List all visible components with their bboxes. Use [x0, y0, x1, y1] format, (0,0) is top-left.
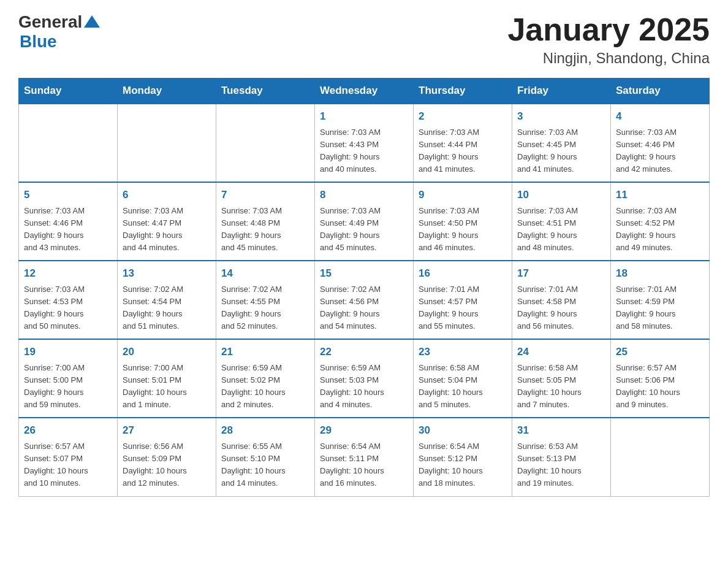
day-info: Sunrise: 7:00 AM Sunset: 5:01 PM Dayligh…	[123, 362, 211, 412]
day-number: 26	[24, 423, 112, 439]
weekday-header-sunday: Sunday	[19, 79, 118, 104]
calendar-cell: 9Sunrise: 7:03 AM Sunset: 4:50 PM Daylig…	[414, 182, 512, 261]
day-info: Sunrise: 7:03 AM Sunset: 4:47 PM Dayligh…	[123, 205, 211, 255]
day-info: Sunrise: 7:03 AM Sunset: 4:46 PM Dayligh…	[24, 205, 112, 255]
calendar-cell: 30Sunrise: 6:54 AM Sunset: 5:12 PM Dayli…	[414, 418, 512, 496]
calendar-cell: 14Sunrise: 7:02 AM Sunset: 4:55 PM Dayli…	[216, 261, 315, 339]
calendar-subtitle: Ningjin, Shandong, China	[507, 50, 710, 67]
day-info: Sunrise: 6:54 AM Sunset: 5:11 PM Dayligh…	[320, 440, 408, 490]
calendar-cell: 21Sunrise: 6:59 AM Sunset: 5:02 PM Dayli…	[216, 339, 315, 418]
calendar-cell: 18Sunrise: 7:01 AM Sunset: 4:59 PM Dayli…	[611, 261, 710, 339]
weekday-header-monday: Monday	[118, 79, 216, 104]
day-info: Sunrise: 7:02 AM Sunset: 4:54 PM Dayligh…	[123, 283, 211, 333]
day-number: 14	[221, 266, 309, 282]
calendar-week-row: 19Sunrise: 7:00 AM Sunset: 5:00 PM Dayli…	[19, 339, 710, 418]
calendar-cell: 10Sunrise: 7:03 AM Sunset: 4:51 PM Dayli…	[512, 182, 611, 261]
day-number: 17	[517, 266, 605, 282]
page-header: General Blue January 2025 Ningjin, Shand…	[18, 12, 710, 67]
day-info: Sunrise: 7:02 AM Sunset: 4:55 PM Dayligh…	[221, 283, 309, 333]
calendar-cell: 11Sunrise: 7:03 AM Sunset: 4:52 PM Dayli…	[611, 182, 710, 261]
day-info: Sunrise: 6:54 AM Sunset: 5:12 PM Dayligh…	[419, 440, 507, 490]
day-info: Sunrise: 7:01 AM Sunset: 4:59 PM Dayligh…	[616, 283, 704, 333]
calendar-cell: 8Sunrise: 7:03 AM Sunset: 4:49 PM Daylig…	[315, 182, 414, 261]
calendar-cell: 5Sunrise: 7:03 AM Sunset: 4:46 PM Daylig…	[19, 182, 118, 261]
logo: General Blue	[18, 12, 100, 52]
day-number: 3	[517, 109, 605, 124]
calendar-cell: 3Sunrise: 7:03 AM Sunset: 4:45 PM Daylig…	[512, 104, 611, 182]
day-number: 19	[24, 344, 112, 360]
logo-general-text: General	[18, 12, 82, 32]
day-info: Sunrise: 6:59 AM Sunset: 5:03 PM Dayligh…	[320, 362, 408, 412]
calendar-cell: 7Sunrise: 7:03 AM Sunset: 4:48 PM Daylig…	[216, 182, 315, 261]
calendar-cell	[19, 104, 118, 182]
calendar-cell: 1Sunrise: 7:03 AM Sunset: 4:43 PM Daylig…	[315, 104, 414, 182]
day-number: 4	[616, 109, 704, 124]
calendar-cell: 20Sunrise: 7:00 AM Sunset: 5:01 PM Dayli…	[118, 339, 216, 418]
calendar-cell	[216, 104, 315, 182]
day-number: 11	[616, 187, 704, 203]
calendar-cell: 13Sunrise: 7:02 AM Sunset: 4:54 PM Dayli…	[118, 261, 216, 339]
day-number: 28	[221, 423, 309, 439]
day-number: 20	[123, 344, 211, 360]
calendar-title: January 2025	[507, 12, 710, 47]
day-info: Sunrise: 7:00 AM Sunset: 5:00 PM Dayligh…	[24, 362, 112, 412]
day-number: 16	[419, 266, 507, 282]
calendar-cell: 16Sunrise: 7:01 AM Sunset: 4:57 PM Dayli…	[414, 261, 512, 339]
calendar-cell: 15Sunrise: 7:02 AM Sunset: 4:56 PM Dayli…	[315, 261, 414, 339]
day-info: Sunrise: 7:03 AM Sunset: 4:52 PM Dayligh…	[616, 205, 704, 255]
calendar-cell: 19Sunrise: 7:00 AM Sunset: 5:00 PM Dayli…	[19, 339, 118, 418]
day-number: 29	[320, 423, 408, 439]
calendar-cell: 4Sunrise: 7:03 AM Sunset: 4:46 PM Daylig…	[611, 104, 710, 182]
calendar-cell: 17Sunrise: 7:01 AM Sunset: 4:58 PM Dayli…	[512, 261, 611, 339]
calendar-cell: 28Sunrise: 6:55 AM Sunset: 5:10 PM Dayli…	[216, 418, 315, 496]
calendar-cell: 25Sunrise: 6:57 AM Sunset: 5:06 PM Dayli…	[611, 339, 710, 418]
calendar-week-row: 1Sunrise: 7:03 AM Sunset: 4:43 PM Daylig…	[19, 104, 710, 182]
calendar-week-row: 5Sunrise: 7:03 AM Sunset: 4:46 PM Daylig…	[19, 182, 710, 261]
day-info: Sunrise: 7:03 AM Sunset: 4:51 PM Dayligh…	[517, 205, 605, 255]
day-number: 31	[517, 423, 605, 439]
title-block: January 2025 Ningjin, Shandong, China	[507, 12, 710, 67]
weekday-header-saturday: Saturday	[611, 79, 710, 104]
calendar-cell: 12Sunrise: 7:03 AM Sunset: 4:53 PM Dayli…	[19, 261, 118, 339]
calendar-cell: 27Sunrise: 6:56 AM Sunset: 5:09 PM Dayli…	[118, 418, 216, 496]
calendar-cell: 6Sunrise: 7:03 AM Sunset: 4:47 PM Daylig…	[118, 182, 216, 261]
day-info: Sunrise: 7:01 AM Sunset: 4:58 PM Dayligh…	[517, 283, 605, 333]
weekday-header-tuesday: Tuesday	[216, 79, 315, 104]
day-info: Sunrise: 7:03 AM Sunset: 4:50 PM Dayligh…	[419, 205, 507, 255]
calendar-cell: 29Sunrise: 6:54 AM Sunset: 5:11 PM Dayli…	[315, 418, 414, 496]
weekday-header-thursday: Thursday	[414, 79, 512, 104]
day-info: Sunrise: 7:01 AM Sunset: 4:57 PM Dayligh…	[419, 283, 507, 333]
day-info: Sunrise: 6:59 AM Sunset: 5:02 PM Dayligh…	[221, 362, 309, 412]
day-number: 15	[320, 266, 408, 282]
day-number: 22	[320, 344, 408, 360]
day-info: Sunrise: 6:56 AM Sunset: 5:09 PM Dayligh…	[123, 440, 211, 490]
day-number: 13	[123, 266, 211, 282]
calendar-cell: 31Sunrise: 6:53 AM Sunset: 5:13 PM Dayli…	[512, 418, 611, 496]
day-number: 5	[24, 187, 112, 203]
day-info: Sunrise: 7:03 AM Sunset: 4:49 PM Dayligh…	[320, 205, 408, 255]
day-info: Sunrise: 6:58 AM Sunset: 5:05 PM Dayligh…	[517, 362, 605, 412]
day-number: 7	[221, 187, 309, 203]
day-number: 12	[24, 266, 112, 282]
day-info: Sunrise: 6:57 AM Sunset: 5:07 PM Dayligh…	[24, 440, 112, 490]
calendar-header-row: SundayMondayTuesdayWednesdayThursdayFrid…	[19, 79, 710, 104]
logo-blue-text: Blue	[20, 32, 57, 52]
day-info: Sunrise: 7:03 AM Sunset: 4:48 PM Dayligh…	[221, 205, 309, 255]
calendar-week-row: 26Sunrise: 6:57 AM Sunset: 5:07 PM Dayli…	[19, 418, 710, 496]
day-number: 30	[419, 423, 507, 439]
day-info: Sunrise: 7:03 AM Sunset: 4:53 PM Dayligh…	[24, 283, 112, 333]
day-number: 9	[419, 187, 507, 203]
calendar-cell	[118, 104, 216, 182]
calendar-table: SundayMondayTuesdayWednesdayThursdayFrid…	[18, 78, 710, 496]
day-number: 21	[221, 344, 309, 360]
day-info: Sunrise: 6:55 AM Sunset: 5:10 PM Dayligh…	[221, 440, 309, 490]
weekday-header-friday: Friday	[512, 79, 611, 104]
day-number: 25	[616, 344, 704, 360]
day-info: Sunrise: 7:03 AM Sunset: 4:44 PM Dayligh…	[419, 126, 507, 176]
calendar-week-row: 12Sunrise: 7:03 AM Sunset: 4:53 PM Dayli…	[19, 261, 710, 339]
logo-triangle-icon	[84, 15, 100, 28]
day-info: Sunrise: 6:58 AM Sunset: 5:04 PM Dayligh…	[419, 362, 507, 412]
day-number: 1	[320, 109, 408, 124]
weekday-header-wednesday: Wednesday	[315, 79, 414, 104]
day-info: Sunrise: 6:57 AM Sunset: 5:06 PM Dayligh…	[616, 362, 704, 412]
